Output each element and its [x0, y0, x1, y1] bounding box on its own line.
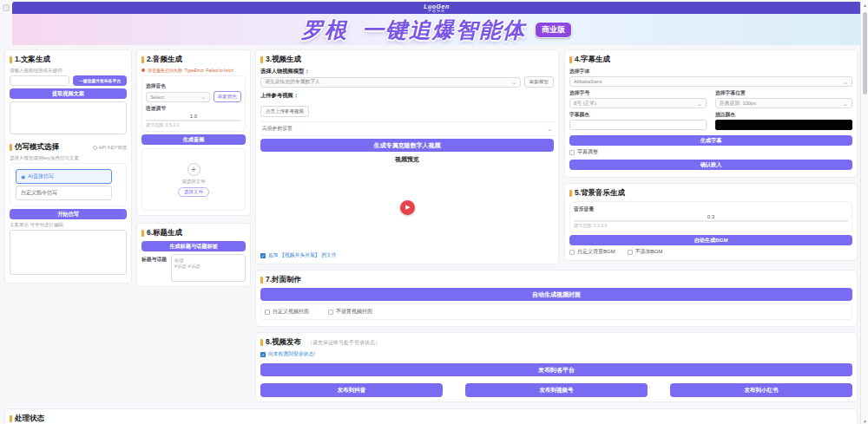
page-title-brand: 罗根 — [301, 17, 348, 42]
info-checkbox-icon: ✓ — [260, 352, 266, 357]
scrollbar-thumb[interactable] — [863, 12, 867, 95]
heading-accent-bar — [10, 56, 12, 63]
auto-generate-bgm-button[interactable]: 自动生成BGM — [569, 235, 852, 245]
cover-heading: 7.封面制作 — [260, 275, 852, 285]
panel-audio: 2.音频生成 语音服务启动失败: TypeError: Failed to fe… — [136, 49, 251, 216]
upload-hint: 请选择文件 — [181, 179, 206, 185]
publish-xhs-button[interactable]: 发布到小红书 — [670, 383, 852, 397]
heading-accent-bar — [141, 230, 144, 237]
rewritten-copy-textarea[interactable] — [10, 230, 127, 275]
voice-settings-card: 选择音色 Select ⌄ 刷新音色 语速调节 1.0 调节范围: 0.5-2.… — [141, 75, 246, 132]
generate-audio-button[interactable]: 生成音频 — [141, 134, 246, 145]
choose-file-button[interactable]: 选择文件 — [178, 187, 209, 197]
heading-accent-bar — [569, 56, 572, 63]
bgm-volume-card: 音乐音量 0.3 调节范围: 0.1-0.5 — [569, 201, 852, 232]
heading-accent-bar — [10, 415, 12, 422]
font-size-select[interactable]: 8号 (正常) ⌄ — [569, 98, 707, 108]
chevron-expand-icon: ⌄ — [547, 126, 552, 132]
font-label: 选择字体 — [569, 68, 852, 75]
heading-accent-bar — [10, 144, 12, 151]
publish-login-note: （请先保证账号处于登录状态） — [307, 339, 380, 347]
speed-slider[interactable]: 1.0 — [146, 114, 241, 121]
heading-accent-bar — [141, 56, 144, 63]
extracted-copy-textarea[interactable] — [10, 101, 127, 134]
video-heading: 3.视频生成 — [260, 55, 554, 65]
start-rewrite-button[interactable]: 开始仿写 — [10, 209, 127, 219]
chevron-down-icon: ⌄ — [697, 101, 702, 107]
top-bar: LuoGen 罗根智能 — [12, 2, 861, 14]
heading-accent-bar — [569, 190, 572, 197]
title-topic-label: 标题与话题 — [141, 256, 168, 264]
extract-copy-button[interactable]: 提取视频文案 — [10, 88, 127, 99]
advanced-params-toggle[interactable]: 高级参数设置 ⌄ — [260, 121, 554, 136]
login-status-link[interactable]: ✓ 尚未检测到登录状态! — [260, 350, 852, 358]
upload-ref-video-button[interactable]: 点击上传参考视频 — [260, 106, 309, 117]
audio-upload-dropzone[interactable]: + 请选择文件 选择文件 — [141, 148, 246, 211]
api-key-manage-link[interactable]: API KEY管理 — [93, 145, 127, 151]
main-content: 1.文案生成 请输入视频链接或关键词 一键追爆并发布各平台 提取视频文案 仿写模… — [0, 45, 868, 424]
auto-cover-button[interactable]: 自动生成视频封面 — [260, 288, 852, 301]
play-icon[interactable]: ▶ — [400, 200, 415, 215]
gear-icon — [93, 146, 97, 150]
panel-publish: 8.视频发布 （请先保证账号处于登录状态） ✓ 尚未检测到登录状态! 发布到各平… — [255, 332, 858, 402]
confirm-embed-button[interactable]: 确认嵌入 — [569, 160, 852, 170]
custom-bgm-checkbox[interactable] — [569, 250, 575, 255]
refresh-voice-button[interactable]: 刷新音色 — [214, 91, 241, 102]
speed-label: 语速调节 — [146, 105, 241, 113]
panel-copywriting: 1.文案生成 请输入视频链接或关键词 一键追爆并发布各平台 提取视频文案 仿写模… — [4, 49, 132, 284]
voice-select[interactable]: Select ⌄ — [146, 92, 210, 102]
video-preview-title: 视频预览 — [260, 155, 554, 164]
title-gen-heading: 6.标题生成 — [141, 228, 246, 238]
refresh-model-button[interactable]: 刷新模型 — [524, 76, 554, 88]
voice-label: 选择音色 — [146, 82, 241, 90]
radio-selected-icon: ◉ — [21, 174, 25, 179]
font-select[interactable]: AlibabaSans ⌄ — [569, 76, 852, 87]
scroll-down-arrow-icon[interactable]: ▼ — [861, 418, 868, 424]
publish-all-button[interactable]: 发布到各平台 — [260, 363, 852, 376]
no-bgm-checkbox[interactable] — [628, 250, 633, 255]
generate-subtitle-button[interactable]: 生成字幕 — [569, 135, 852, 146]
bgm-volume-range-hint: 调节范围: 0.1-0.5 — [574, 223, 848, 228]
chevron-down-icon: ⌄ — [843, 101, 848, 107]
custom-cover-row: 自定义视频封面 — [265, 308, 309, 316]
bgm-volume-slider[interactable]: 0.3 — [574, 214, 848, 222]
one-click-boost-button[interactable]: 一键追爆并发布各平台 — [73, 75, 127, 86]
append-intro-outro-link[interactable]: ✓ 追加 【视频片头片尾】 的文件 — [260, 251, 554, 259]
subtitle-pos-select[interactable]: 距离底部: 100px ⌄ — [715, 98, 852, 108]
subtitle-adjust-checkbox[interactable] — [569, 150, 575, 155]
voice-service-error: 语音服务启动失败: TypeError: Failed to fetch — [141, 68, 246, 73]
no-cover-checkbox[interactable] — [328, 310, 333, 315]
generate-title-button[interactable]: 生成标题与话题标签 — [141, 241, 246, 251]
no-cover-row: 不设置视频封面 — [328, 308, 372, 316]
subtitle-color-label: 字幕颜色 — [569, 111, 707, 119]
app-logo-subtitle: 罗根智能 — [428, 10, 445, 13]
model-select[interactable]: 请先训练您的专属数字人 ⌄ — [260, 77, 521, 88]
mode-option-ai-rewrite[interactable]: ◉ AI直接仿写 — [16, 169, 112, 184]
chevron-down-icon: ⌄ — [843, 79, 848, 85]
plus-icon: + — [187, 163, 201, 176]
stroke-color-picker[interactable] — [715, 120, 852, 130]
heading-accent-bar — [260, 339, 263, 346]
scroll-up-arrow-icon[interactable]: ▲ — [861, 2, 868, 10]
title-topic-textarea[interactable] — [171, 254, 246, 282]
subtitle-color-picker[interactable] — [569, 120, 707, 130]
vertical-scrollbar[interactable]: ▲ ▼ — [860, 2, 868, 424]
rewrite-hint: 选择大模型调用key后再仿写文案 — [10, 155, 127, 161]
font-size-label: 选择字号 — [569, 89, 707, 97]
subtitle-heading: 4.字幕生成 — [569, 55, 852, 65]
bgm-heading: 5.背景音乐生成 — [569, 188, 852, 199]
panel-video: 3.视频生成 选择人物视频模型： 请先训练您的专属数字人 ⌄ 刷新模型 上传参考… — [255, 49, 559, 264]
chevron-down-icon: ⌄ — [201, 94, 206, 100]
publish-channels-button[interactable]: 发布到视频号 — [465, 383, 648, 397]
speed-range-hint: 调节范围: 0.5-2.0 — [146, 122, 241, 127]
custom-cover-checkbox[interactable] — [265, 310, 270, 315]
video-link-input[interactable] — [10, 75, 69, 86]
copy-display-hint: 文案展示 可手动进行编辑 — [10, 222, 127, 228]
publish-douyin-button[interactable]: 发布到抖音 — [260, 383, 443, 397]
generate-clone-video-button[interactable]: 生成专属克隆数字人视频 — [260, 139, 554, 152]
commercial-badge: 商业版 — [535, 22, 572, 38]
mode-option-custom-rewrite[interactable]: 自定义指令仿写 — [16, 186, 112, 200]
custom-bgm-row: 自定义背景BGM — [569, 248, 615, 256]
panel-cover: 7.封面制作 自动生成视频封面 自定义视频封面 不设置视频封面 — [255, 270, 858, 327]
heading-accent-bar — [260, 56, 263, 63]
